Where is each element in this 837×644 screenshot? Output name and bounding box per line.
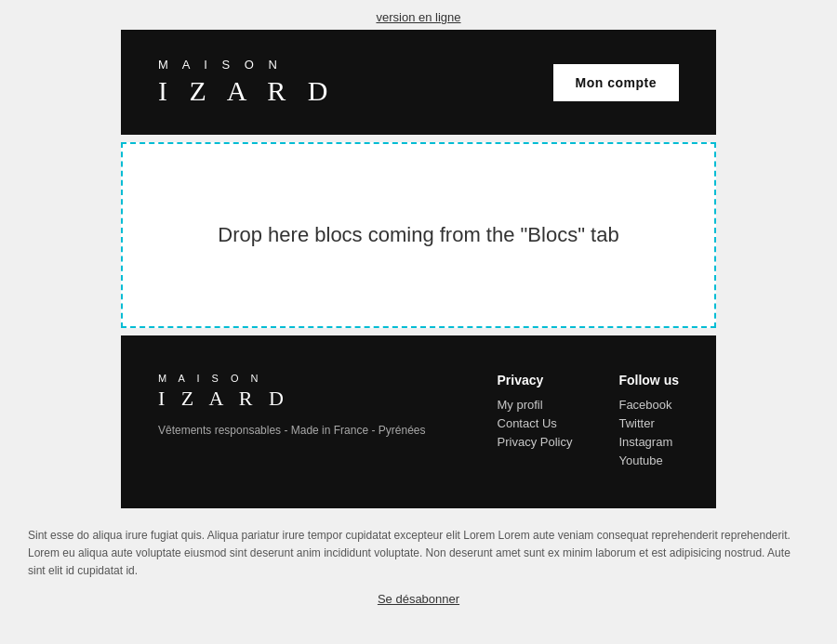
footer-logo-izard: I Z A R D <box>158 387 425 411</box>
email-footer: M A I S O N I Z A R D Vêtements responsa… <box>121 335 716 508</box>
unsubscribe-link[interactable]: Se désabonner <box>28 592 809 624</box>
my-profil-link[interactable]: My profil <box>498 398 543 412</box>
footer-columns: Privacy My profil Contact Us Privacy Pol… <box>498 373 679 471</box>
footer-logo: M A I S O N I Z A R D Vêtements responsa… <box>158 373 425 437</box>
header-logo: M A I S O N I Z A R D <box>158 58 335 107</box>
twitter-link[interactable]: Twitter <box>618 416 654 430</box>
email-wrapper: M A I S O N I Z A R D Mon compte Drop he… <box>121 30 716 508</box>
list-item: Privacy Policy <box>498 434 573 449</box>
footer-logo-maison: M A I S O N <box>158 373 425 384</box>
top-link-bar: version en ligne <box>0 0 837 30</box>
follow-heading: Follow us <box>618 373 679 388</box>
drop-zone: Drop here blocs coming from the "Blocs" … <box>121 142 716 328</box>
bottom-paragraph: Sint esse do aliqua irure fugiat quis. A… <box>28 527 809 581</box>
drop-zone-text: Drop here blocs coming from the "Blocs" … <box>218 223 618 247</box>
privacy-list: My profil Contact Us Privacy Policy <box>498 397 573 449</box>
footer-follow-column: Follow us Facebook Twitter Instagram You… <box>618 373 679 471</box>
footer-privacy-column: Privacy My profil Contact Us Privacy Pol… <box>498 373 573 471</box>
list-item: Twitter <box>618 415 679 430</box>
list-item: Facebook <box>618 397 679 412</box>
bottom-text-area: Sint esse do aliqua irure fugiat quis. A… <box>0 508 837 634</box>
list-item: Youtube <box>618 453 679 467</box>
privacy-policy-link[interactable]: Privacy Policy <box>498 435 573 449</box>
mon-compte-button[interactable]: Mon compte <box>553 64 679 101</box>
youtube-link[interactable]: Youtube <box>618 453 662 467</box>
instagram-link[interactable]: Instagram <box>618 435 672 449</box>
footer-tagline: Vêtements responsables - Made in France … <box>158 424 425 437</box>
contact-us-link[interactable]: Contact Us <box>498 416 557 430</box>
logo-izard-text: I Z A R D <box>158 75 335 107</box>
online-version-link[interactable]: version en ligne <box>376 10 460 24</box>
list-item: Instagram <box>618 434 679 449</box>
follow-list: Facebook Twitter Instagram Youtube <box>618 397 679 467</box>
logo-maison-text: M A I S O N <box>158 58 335 72</box>
facebook-link[interactable]: Facebook <box>618 398 671 412</box>
list-item: Contact Us <box>498 415 573 430</box>
privacy-heading: Privacy <box>498 373 573 388</box>
email-header: M A I S O N I Z A R D Mon compte <box>121 30 716 135</box>
list-item: My profil <box>498 397 573 412</box>
